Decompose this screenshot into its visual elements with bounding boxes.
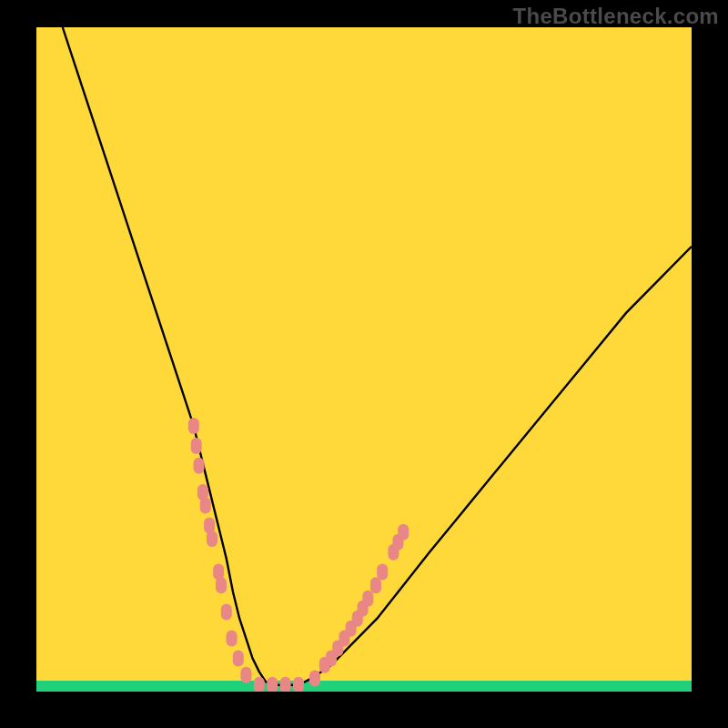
highlight-dot [191, 438, 202, 454]
highlight-dot [254, 677, 265, 692]
chart-frame: TheBottleneck.com [0, 0, 728, 728]
green-baseline [36, 681, 692, 692]
highlight-dot [240, 667, 251, 683]
highlight-dot [188, 418, 199, 434]
attribution-label: TheBottleneck.com [513, 4, 719, 29]
gradient-background [36, 27, 692, 692]
highlight-dot [280, 677, 291, 692]
highlight-dot [194, 458, 205, 474]
highlight-dot [398, 524, 409, 541]
highlight-dot [221, 603, 232, 620]
bottleneck-chart [36, 27, 692, 692]
highlight-dot [309, 670, 320, 686]
highlight-dot [370, 577, 381, 593]
highlight-dot [362, 591, 373, 607]
highlight-dot [233, 651, 244, 667]
highlight-dot [200, 498, 211, 514]
highlight-dot [207, 531, 217, 547]
highlight-dot [267, 677, 278, 692]
highlight-dot [377, 564, 388, 581]
highlight-dot [293, 677, 304, 692]
highlight-dot [216, 577, 227, 593]
highlight-dot [227, 631, 238, 647]
